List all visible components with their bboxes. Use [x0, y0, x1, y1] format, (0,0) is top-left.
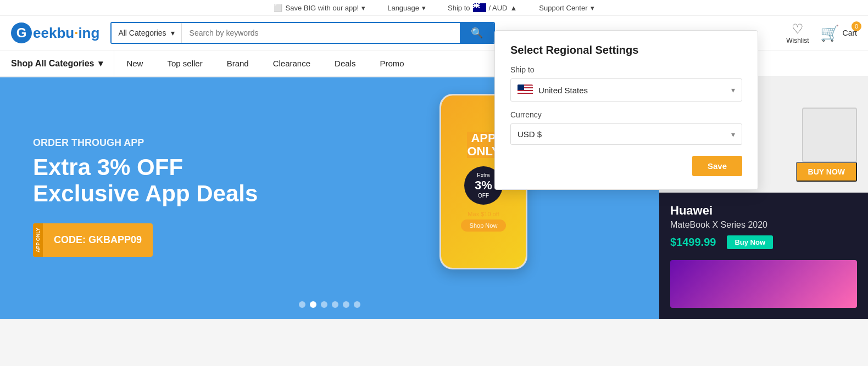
us-flag-icon: [518, 85, 533, 95]
popup-currency-label: Currency: [510, 110, 742, 119]
currency-chevron-icon: ▾: [731, 130, 735, 139]
currency-selector[interactable]: USD $ ▾: [510, 123, 742, 145]
country-selector[interactable]: United States ▾: [510, 78, 742, 102]
save-button[interactable]: Save: [692, 156, 742, 176]
popup-title: Select Regional Settings: [510, 44, 742, 57]
popup-ship-to-label: Ship to: [510, 65, 742, 74]
popup-overlay: Select Regional Settings Ship to United …: [0, 0, 868, 319]
country-value: United States: [538, 86, 731, 95]
regional-settings-popup: Select Regional Settings Ship to United …: [494, 30, 758, 190]
country-chevron-icon: ▾: [731, 86, 735, 94]
currency-value: USD $: [518, 129, 731, 139]
